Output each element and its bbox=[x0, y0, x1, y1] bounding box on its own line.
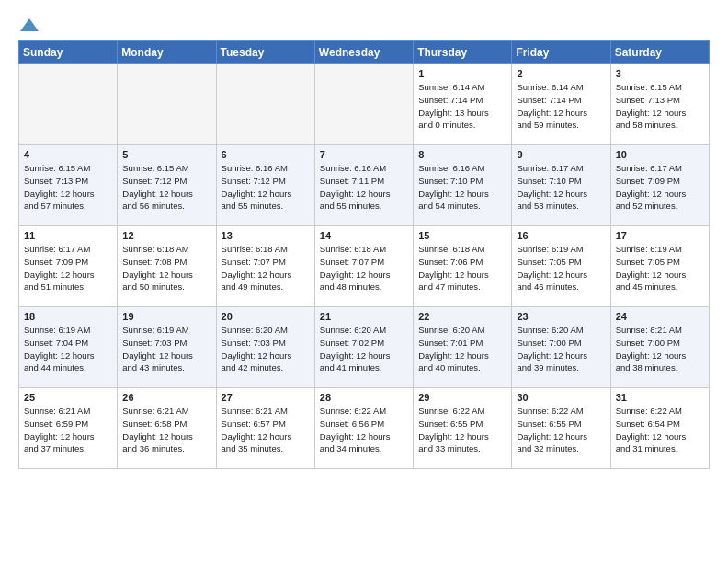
day-info: Sunrise: 6:21 AM Sunset: 6:57 PM Dayligh… bbox=[222, 405, 310, 455]
day-number: 5 bbox=[122, 149, 210, 160]
header-row: SundayMondayTuesdayWednesdayThursdayFrid… bbox=[19, 41, 710, 64]
day-number: 18 bbox=[24, 311, 112, 322]
day-number: 31 bbox=[616, 392, 704, 403]
header-day-tuesday: Tuesday bbox=[216, 41, 314, 64]
day-info: Sunrise: 6:21 AM Sunset: 7:00 PM Dayligh… bbox=[616, 324, 704, 374]
day-cell: 22Sunrise: 6:20 AM Sunset: 7:01 PM Dayli… bbox=[414, 307, 512, 388]
week-row-1: 1Sunrise: 6:14 AM Sunset: 7:14 PM Daylig… bbox=[19, 64, 710, 145]
week-row-3: 11Sunrise: 6:17 AM Sunset: 7:09 PM Dayli… bbox=[19, 226, 710, 307]
day-number: 15 bbox=[418, 230, 506, 241]
week-row-2: 4Sunrise: 6:15 AM Sunset: 7:13 PM Daylig… bbox=[19, 145, 710, 226]
day-cell: 21Sunrise: 6:20 AM Sunset: 7:02 PM Dayli… bbox=[314, 307, 413, 388]
day-cell: 30Sunrise: 6:22 AM Sunset: 6:55 PM Dayli… bbox=[512, 388, 610, 469]
week-row-4: 18Sunrise: 6:19 AM Sunset: 7:04 PM Dayli… bbox=[19, 307, 710, 388]
day-number: 6 bbox=[222, 149, 310, 160]
day-cell: 5Sunrise: 6:15 AM Sunset: 7:12 PM Daylig… bbox=[118, 145, 216, 226]
day-number: 13 bbox=[222, 230, 310, 241]
day-cell: 23Sunrise: 6:20 AM Sunset: 7:00 PM Dayli… bbox=[512, 307, 610, 388]
day-number: 27 bbox=[222, 392, 310, 403]
day-number: 26 bbox=[122, 392, 210, 403]
day-number: 17 bbox=[616, 230, 704, 241]
day-number: 21 bbox=[320, 311, 408, 322]
day-cell: 3Sunrise: 6:15 AM Sunset: 7:13 PM Daylig… bbox=[610, 64, 709, 145]
day-cell: 25Sunrise: 6:21 AM Sunset: 6:59 PM Dayli… bbox=[19, 388, 118, 469]
day-info: Sunrise: 6:16 AM Sunset: 7:10 PM Dayligh… bbox=[418, 162, 506, 213]
week-row-5: 25Sunrise: 6:21 AM Sunset: 6:59 PM Dayli… bbox=[19, 388, 710, 469]
day-cell: 12Sunrise: 6:18 AM Sunset: 7:08 PM Dayli… bbox=[118, 226, 216, 307]
day-info: Sunrise: 6:14 AM Sunset: 7:14 PM Dayligh… bbox=[517, 81, 605, 132]
header-day-sunday: Sunday bbox=[19, 41, 118, 64]
day-info: Sunrise: 6:20 AM Sunset: 7:00 PM Dayligh… bbox=[517, 324, 605, 374]
day-info: Sunrise: 6:14 AM Sunset: 7:14 PM Dayligh… bbox=[418, 81, 506, 132]
day-info: Sunrise: 6:22 AM Sunset: 6:55 PM Dayligh… bbox=[517, 405, 605, 455]
header-day-friday: Friday bbox=[512, 41, 610, 64]
day-cell: 31Sunrise: 6:22 AM Sunset: 6:54 PM Dayli… bbox=[610, 388, 709, 469]
calendar-table: SundayMondayTuesdayWednesdayThursdayFrid… bbox=[18, 40, 710, 469]
day-info: Sunrise: 6:16 AM Sunset: 7:11 PM Dayligh… bbox=[320, 162, 408, 213]
day-number: 8 bbox=[418, 149, 506, 160]
header-day-monday: Monday bbox=[118, 41, 216, 64]
day-info: Sunrise: 6:15 AM Sunset: 7:13 PM Dayligh… bbox=[616, 81, 704, 132]
day-info: Sunrise: 6:17 AM Sunset: 7:09 PM Dayligh… bbox=[24, 243, 112, 293]
header-day-saturday: Saturday bbox=[610, 41, 709, 64]
day-info: Sunrise: 6:18 AM Sunset: 7:06 PM Dayligh… bbox=[418, 243, 506, 293]
header bbox=[18, 15, 710, 33]
calendar-header: SundayMondayTuesdayWednesdayThursdayFrid… bbox=[19, 41, 710, 64]
day-info: Sunrise: 6:19 AM Sunset: 7:04 PM Dayligh… bbox=[24, 324, 112, 374]
day-cell: 8Sunrise: 6:16 AM Sunset: 7:10 PM Daylig… bbox=[414, 145, 512, 226]
day-number: 19 bbox=[122, 311, 210, 322]
day-number: 10 bbox=[616, 149, 704, 160]
day-info: Sunrise: 6:22 AM Sunset: 6:54 PM Dayligh… bbox=[616, 405, 704, 455]
day-number: 7 bbox=[320, 149, 408, 160]
header-day-wednesday: Wednesday bbox=[314, 41, 413, 64]
day-cell: 27Sunrise: 6:21 AM Sunset: 6:57 PM Dayli… bbox=[216, 388, 314, 469]
day-cell: 20Sunrise: 6:20 AM Sunset: 7:03 PM Dayli… bbox=[216, 307, 314, 388]
day-number: 2 bbox=[517, 68, 605, 79]
day-info: Sunrise: 6:19 AM Sunset: 7:05 PM Dayligh… bbox=[616, 243, 704, 293]
day-cell bbox=[216, 64, 314, 145]
day-cell: 14Sunrise: 6:18 AM Sunset: 7:07 PM Dayli… bbox=[314, 226, 413, 307]
day-info: Sunrise: 6:22 AM Sunset: 6:55 PM Dayligh… bbox=[418, 405, 506, 455]
calendar-body: 1Sunrise: 6:14 AM Sunset: 7:14 PM Daylig… bbox=[19, 64, 710, 469]
day-number: 9 bbox=[517, 149, 605, 160]
day-info: Sunrise: 6:22 AM Sunset: 6:56 PM Dayligh… bbox=[320, 405, 408, 455]
day-info: Sunrise: 6:18 AM Sunset: 7:07 PM Dayligh… bbox=[222, 243, 310, 293]
day-cell: 19Sunrise: 6:19 AM Sunset: 7:03 PM Dayli… bbox=[118, 307, 216, 388]
day-number: 29 bbox=[418, 392, 506, 403]
day-cell: 11Sunrise: 6:17 AM Sunset: 7:09 PM Dayli… bbox=[19, 226, 118, 307]
day-cell: 7Sunrise: 6:16 AM Sunset: 7:11 PM Daylig… bbox=[314, 145, 413, 226]
day-number: 1 bbox=[418, 68, 506, 79]
day-info: Sunrise: 6:15 AM Sunset: 7:13 PM Dayligh… bbox=[24, 162, 112, 213]
day-info: Sunrise: 6:19 AM Sunset: 7:03 PM Dayligh… bbox=[122, 324, 210, 374]
day-number: 11 bbox=[24, 230, 112, 241]
day-number: 28 bbox=[320, 392, 408, 403]
day-cell: 26Sunrise: 6:21 AM Sunset: 6:58 PM Dayli… bbox=[118, 388, 216, 469]
day-cell: 17Sunrise: 6:19 AM Sunset: 7:05 PM Dayli… bbox=[610, 226, 709, 307]
day-cell: 9Sunrise: 6:17 AM Sunset: 7:10 PM Daylig… bbox=[512, 145, 610, 226]
day-cell: 1Sunrise: 6:14 AM Sunset: 7:14 PM Daylig… bbox=[414, 64, 512, 145]
day-number: 24 bbox=[616, 311, 704, 322]
day-cell bbox=[314, 64, 413, 145]
day-cell: 28Sunrise: 6:22 AM Sunset: 6:56 PM Dayli… bbox=[314, 388, 413, 469]
day-number: 14 bbox=[320, 230, 408, 241]
day-number: 22 bbox=[418, 311, 506, 322]
day-cell bbox=[19, 64, 118, 145]
day-number: 3 bbox=[616, 68, 704, 79]
day-number: 30 bbox=[517, 392, 605, 403]
page: SundayMondayTuesdayWednesdayThursdayFrid… bbox=[0, 0, 728, 488]
logo bbox=[18, 18, 39, 33]
day-number: 23 bbox=[517, 311, 605, 322]
day-info: Sunrise: 6:18 AM Sunset: 7:07 PM Dayligh… bbox=[320, 243, 408, 293]
day-number: 4 bbox=[24, 149, 112, 160]
day-cell: 18Sunrise: 6:19 AM Sunset: 7:04 PM Dayli… bbox=[19, 307, 118, 388]
day-number: 20 bbox=[222, 311, 310, 322]
day-cell: 15Sunrise: 6:18 AM Sunset: 7:06 PM Dayli… bbox=[414, 226, 512, 307]
day-cell: 13Sunrise: 6:18 AM Sunset: 7:07 PM Dayli… bbox=[216, 226, 314, 307]
day-info: Sunrise: 6:21 AM Sunset: 6:58 PM Dayligh… bbox=[122, 405, 210, 455]
day-cell: 29Sunrise: 6:22 AM Sunset: 6:55 PM Dayli… bbox=[414, 388, 512, 469]
day-cell: 16Sunrise: 6:19 AM Sunset: 7:05 PM Dayli… bbox=[512, 226, 610, 307]
day-info: Sunrise: 6:17 AM Sunset: 7:09 PM Dayligh… bbox=[616, 162, 704, 213]
day-info: Sunrise: 6:17 AM Sunset: 7:10 PM Dayligh… bbox=[517, 162, 605, 213]
day-info: Sunrise: 6:20 AM Sunset: 7:02 PM Dayligh… bbox=[320, 324, 408, 374]
day-info: Sunrise: 6:16 AM Sunset: 7:12 PM Dayligh… bbox=[222, 162, 310, 213]
